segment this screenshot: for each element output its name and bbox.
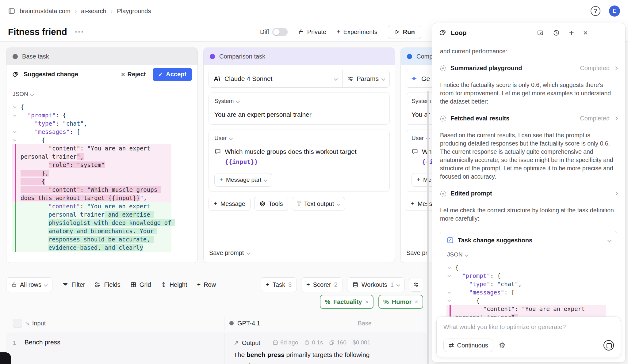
suggestions-card-header[interactable]: Task change suggestions: [446, 237, 611, 244]
add-scorer-button[interactable]: + Scorer 2: [301, 277, 343, 292]
factuality-scorer-badge[interactable]: % Factuality ×: [320, 295, 373, 309]
repeat-icon: ⇄: [449, 342, 454, 349]
add-message-part-button[interactable]: + Message part: [214, 173, 272, 187]
fields-button[interactable]: Fields: [95, 281, 120, 288]
chevron-right-icon: [614, 191, 618, 195]
reject-button[interactable]: ×Reject: [121, 71, 146, 78]
humor-scorer-badge[interactable]: % Humor ×: [378, 295, 423, 309]
add-task-button[interactable]: + Task 3: [261, 277, 297, 292]
select-all-checkbox[interactable]: [13, 319, 22, 328]
fold-chevron-icon[interactable]: [447, 290, 451, 294]
grid-button[interactable]: Grid: [130, 281, 151, 288]
new-session-icon[interactable]: +: [569, 30, 574, 36]
experiments-button[interactable]: + Experiments: [337, 28, 377, 36]
base-task-editor[interactable]: JSON { "prompt": { "type": "chat", "mess…: [6, 84, 197, 263]
fold-chevron-icon[interactable]: [447, 298, 451, 302]
system-message-card[interactable]: System You are an expert personal traine…: [209, 93, 390, 125]
all-rows-filter-button[interactable]: All rows: [6, 277, 52, 292]
loop-prompt-input[interactable]: [443, 324, 614, 331]
third-task-dot-icon: [407, 54, 412, 59]
height-button[interactable]: Height: [161, 281, 187, 288]
text-output-button[interactable]: T Text output: [292, 197, 345, 211]
user-role-select[interactable]: User: [214, 135, 384, 142]
loop-step-row[interactable]: Fetched eval resultsCompleted: [440, 115, 617, 122]
save-prompt-button[interactable]: Save prompt: [204, 243, 395, 263]
editor-language-label: JSON: [13, 91, 28, 97]
params-button[interactable]: Params: [343, 70, 389, 87]
avatar[interactable]: E: [609, 6, 620, 17]
pop-out-icon[interactable]: [537, 29, 544, 36]
remove-scorer-icon[interactable]: ×: [415, 298, 418, 305]
fold-chevron-icon[interactable]: [13, 138, 16, 141]
third-model-name: Ge: [421, 75, 430, 82]
model-column-header[interactable]: GPT-4.1: [229, 320, 260, 327]
fold-chevron-icon[interactable]: [447, 265, 451, 269]
editor-language-select[interactable]: JSON: [446, 244, 611, 264]
breadcrumb-org[interactable]: braintrustdata.com: [20, 8, 71, 15]
table-row[interactable]: 1 Bench press ↗ Output 6d ago 0.1s 160: [6, 332, 427, 364]
code-line: "type": "chat",: [12, 119, 171, 128]
fold-chevron-icon[interactable]: [13, 113, 16, 116]
input-variable-token: {{input}}: [225, 158, 258, 165]
dataset-button[interactable]: Workouts 1: [347, 277, 405, 292]
input-column-header[interactable]: ↘ Input: [25, 320, 46, 327]
code-line: "messages": [: [12, 128, 171, 136]
bottom-left-overlay-corner: [0, 352, 11, 364]
breadcrumb-section[interactable]: Playgrounds: [117, 8, 151, 15]
code-line: {: [446, 297, 606, 305]
diff-toggle[interactable]: Diff: [260, 28, 288, 36]
gear-icon[interactable]: ⚙: [499, 342, 506, 349]
fold-chevron-icon[interactable]: [447, 274, 451, 277]
help-icon[interactable]: ?: [591, 6, 600, 16]
add-row-button[interactable]: + Row: [197, 281, 216, 288]
sidebar-toggle-icon[interactable]: [8, 7, 15, 15]
model-select[interactable]: A\ Claude 4 Sonnet: [209, 70, 343, 87]
grid-toolbar: All rows Filter Fields Grid: [6, 277, 423, 292]
table-header: ↘ Input GPT-4.1 Base: [0, 314, 431, 332]
accept-button[interactable]: ✓Accept: [153, 68, 192, 81]
close-panel-icon[interactable]: ×: [583, 30, 588, 36]
code-line: {: [12, 177, 171, 186]
stop-button[interactable]: [603, 340, 614, 351]
page-title: Fitness friend: [8, 27, 67, 37]
code-line: "prompt": {: [446, 272, 606, 280]
base-editor-code[interactable]: { "prompt": { "type": "chat", "messages"…: [12, 103, 171, 252]
remove-scorer-icon[interactable]: ×: [365, 298, 369, 305]
title-menu-icon[interactable]: ···: [75, 28, 84, 36]
view-options-button[interactable]: [409, 278, 423, 292]
loop-logo-icon: [12, 71, 19, 78]
loop-step-row[interactable]: Edited prompt: [440, 190, 617, 197]
system-message-text[interactable]: You are an expert personal trainer: [214, 109, 384, 119]
fold-chevron-icon[interactable]: [13, 130, 16, 133]
user-message-card[interactable]: User Which muscle groups does this worko…: [209, 130, 390, 192]
step-label: Fetched eval results: [450, 115, 509, 122]
private-button[interactable]: Private: [298, 28, 326, 36]
comparison-task-dot-icon: [210, 54, 215, 59]
tools-button[interactable]: Tools: [254, 197, 288, 211]
loop-partial-line: and current performance:: [440, 47, 617, 55]
chevron-down-icon: [247, 251, 251, 255]
chevron-down-icon: [381, 77, 385, 81]
output-cell-header[interactable]: ↗ Output: [234, 339, 260, 347]
run-button[interactable]: Run: [388, 25, 421, 39]
column-divider: [224, 317, 224, 330]
model-name: Claude 4 Sonnet: [224, 75, 272, 82]
results-table: ↘ Input GPT-4.1 Base 1 Bench press ↗ Out…: [0, 314, 431, 364]
output-text[interactable]: The bench press primarily targets the fo…: [234, 350, 378, 364]
loop-step-row[interactable]: Summarized playgroundCompleted: [440, 65, 617, 72]
fold-chevron-icon[interactable]: [13, 105, 16, 108]
filter-button[interactable]: Filter: [62, 281, 85, 288]
breadcrumb-project[interactable]: ai-search: [81, 8, 106, 15]
user-message-text[interactable]: Which muscle groups does this workout ta…: [225, 146, 384, 167]
add-message-button[interactable]: + Message: [209, 197, 251, 211]
row-input-cell[interactable]: Bench press: [25, 339, 60, 346]
filter-icon: [62, 282, 68, 288]
user-label: User: [412, 135, 424, 142]
main-scrollbar[interactable]: [427, 91, 429, 364]
history-icon[interactable]: [553, 29, 560, 36]
diff-toggle-switch[interactable]: [272, 28, 288, 36]
system-role-select[interactable]: System: [214, 98, 384, 104]
cost-stat: $0.001: [353, 339, 370, 346]
continuous-mode-button[interactable]: ⇄ Continuous: [443, 339, 493, 352]
editor-language-select[interactable]: JSON: [12, 88, 192, 103]
